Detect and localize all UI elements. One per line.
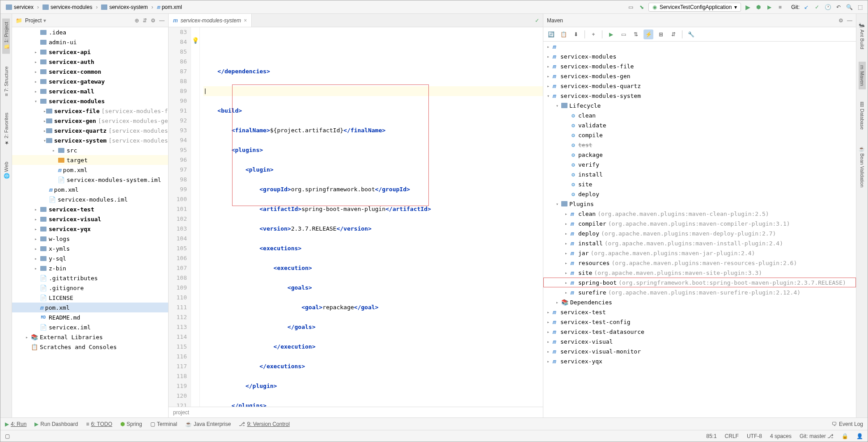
maven-servicex-test[interactable]: ▸mservicex-test (543, 307, 856, 317)
maven-test-datasource[interactable]: ▸mservicex-test-datasource (543, 327, 856, 337)
maven-lifecycle[interactable]: ▾Lifecycle (543, 101, 856, 110)
tree-servicex-api[interactable]: ▸servicex-api (12, 47, 168, 57)
tree-external-libraries[interactable]: ▸📚External Libraries (12, 332, 168, 342)
inspection-icon[interactable]: 👤 (856, 433, 863, 439)
tree-servicex-common[interactable]: ▸servicex-common (12, 67, 168, 76)
maven-run-icon[interactable]: ▶ (606, 29, 616, 39)
debug-button[interactable]: ⬢ (754, 3, 762, 11)
maven-visual-monitor[interactable]: ▸mservicex-visual-monitor (543, 346, 856, 356)
close-tab-icon[interactable]: × (244, 17, 247, 24)
maven-tree[interactable]: ▸m ▸mservicex-modules ▸mservicex-modules… (543, 42, 856, 417)
tab-database[interactable]: 🗄Database (859, 98, 866, 133)
tree-servicex-auth[interactable]: ▸servicex-auth (12, 57, 168, 67)
tree-servicex-gen[interactable]: ▸servicex-gen[servicex-modules-gen] (12, 116, 168, 126)
maven-modules-system[interactable]: ▾mservicex-modules-system (543, 91, 856, 101)
maven-plugin-springboot[interactable]: ▸mspring-boot(org.springframework.boot:s… (543, 278, 856, 287)
tree-servicex-mall[interactable]: ▸servicex-mall (12, 86, 168, 96)
tab-ant-build[interactable]: 🐜Ant Build (858, 18, 866, 53)
project-tree[interactable]: .idea admin-ui ▸servicex-api ▸servicex-a… (12, 27, 168, 417)
maven-plugin-compiler[interactable]: ▸mcompiler(org.apache.maven.plugins:mave… (543, 219, 856, 228)
tool-java-ee[interactable]: ☕Java Enterprise (185, 421, 231, 427)
tree-y-sql[interactable]: ▸y-sql (12, 253, 168, 263)
maven-generate-icon[interactable]: 📋 (559, 29, 568, 39)
tree-servicex-gateway[interactable]: ▸servicex-gateway (12, 76, 168, 86)
tree-scratches[interactable]: 📋Scratches and Consoles (12, 342, 168, 352)
breadcrumb-item-2[interactable]: servicex-system (99, 3, 149, 11)
maven-lc-compile[interactable]: ⚙compile (543, 130, 856, 140)
tree-pom-system[interactable]: mpom.xml (12, 165, 168, 175)
tree-servicex-visual[interactable]: ▸servicex-visual (12, 214, 168, 224)
maven-plugins[interactable]: ▾Plugins (543, 199, 856, 209)
tree-license[interactable]: 📄LICENSE (12, 293, 168, 303)
tree-servicex-quartz[interactable]: ▸servicex-quartz[servicex-modules-quartz… (12, 126, 168, 135)
editor-breadcrumb[interactable]: project (169, 407, 543, 417)
tree-servicex-iml[interactable]: 📄servicex.iml (12, 322, 168, 332)
maven-toggle1-icon[interactable]: ⇅ (631, 29, 641, 39)
maven-modules-quartz[interactable]: ▸mservicex-modules-quartz (543, 81, 856, 91)
tree-w-logs[interactable]: ▸w-logs (12, 234, 168, 244)
breadcrumb-item-root[interactable]: servicex (4, 3, 35, 11)
maven-lc-validate[interactable]: ⚙validate (543, 120, 856, 130)
run-config-selector[interactable]: ◉ ServicexTestConfigApplication ▾ (648, 3, 741, 12)
tool-vcs[interactable]: ⎇9: Version Control (239, 421, 289, 427)
collapse-icon[interactable]: ⇵ (143, 17, 147, 24)
maven-plugin-install[interactable]: ▸minstall(org.apache.maven.plugins:maven… (543, 238, 856, 248)
maven-plugin-site[interactable]: ▸msite(org.apache.maven.plugins:maven-si… (543, 268, 856, 278)
maven-dependencies[interactable]: ▸📚Dependencies (543, 297, 856, 307)
maven-download-icon[interactable]: ⬇ (571, 29, 581, 39)
tree-target[interactable]: target (12, 155, 168, 165)
settings-icon[interactable]: ⬚ (856, 3, 864, 11)
coverage-button[interactable]: ▶ (765, 3, 773, 11)
maven-lc-clean[interactable]: ⚙clean (543, 110, 856, 120)
tab-favorites[interactable]: ★2: Favorites (2, 109, 10, 149)
tree-z-bin[interactable]: ▸z-bin (12, 263, 168, 273)
readonly-lock-icon[interactable]: 🔒 (842, 433, 848, 439)
editor-body[interactable]: 8384858687888990 9192939495969798 991001… (169, 27, 543, 407)
stop-button[interactable]: ■ (776, 3, 784, 11)
fold-gutter[interactable]: 💡 (191, 27, 200, 407)
indent-setting[interactable]: 4 spaces (770, 433, 792, 439)
run-button[interactable]: ▶ (744, 3, 752, 11)
tree-gitignore[interactable]: 📄.gitignore (12, 283, 168, 293)
cursor-position[interactable]: 85:1 (706, 433, 716, 439)
tab-bean-validation[interactable]: ☕Bean Validation (858, 142, 866, 191)
git-commit-icon[interactable]: ✓ (813, 3, 821, 11)
tree-admin-ui[interactable]: admin-ui (12, 37, 168, 47)
tree-x-ymls[interactable]: ▸x-ymls (12, 244, 168, 253)
status-icon[interactable]: ▢ (5, 433, 10, 439)
gear-icon[interactable]: ⚙ (151, 17, 156, 24)
maven-modules-gen[interactable]: ▸mservicex-modules-gen (543, 71, 856, 81)
tree-servicex-yqx[interactable]: ▸servicex-yqx (12, 224, 168, 234)
tree-servicex-file[interactable]: ▸servicex-file[servicex-modules-file] (12, 106, 168, 116)
maven-lc-deploy[interactable]: ⚙deploy (543, 189, 856, 199)
tab-structure[interactable]: ≡7: Structure (3, 63, 10, 100)
tree-idea[interactable]: .idea (12, 27, 168, 37)
maven-servicex-visual[interactable]: ▸mservicex-visual (543, 337, 856, 346)
tab-project[interactable]: 📁1: Project (2, 18, 10, 54)
maven-lc-package[interactable]: ⚙package (543, 150, 856, 160)
git-update-icon[interactable]: ↙ (802, 3, 810, 11)
maven-servicex-modules[interactable]: ▸mservicex-modules (543, 51, 856, 61)
maven-toggle2-icon[interactable]: ⊞ (656, 29, 666, 39)
git-history-icon[interactable]: 🕐 (824, 3, 832, 11)
breadcrumb-item-file[interactable]: mpom.xml (155, 3, 184, 11)
maven-plugin-jar[interactable]: ▸mjar(org.apache.maven.plugins:maven-jar… (543, 248, 856, 258)
hammer-icon[interactable]: ⬊ (638, 3, 646, 11)
maven-lc-site[interactable]: ⚙site (543, 179, 856, 189)
tree-servicex-modules[interactable]: ▾servicex-modules (12, 96, 168, 106)
tree-gitattributes[interactable]: 📄.gitattributes (12, 273, 168, 283)
maven-hide-icon[interactable]: — (847, 17, 852, 24)
maven-plugin-deploy[interactable]: ▸mdeploy(org.apache.maven.plugins:maven-… (543, 228, 856, 238)
editor-tab-pom[interactable]: m servicex-modules-system × (169, 14, 252, 27)
maven-plugin-clean[interactable]: ▸mclean(org.apache.maven.plugins:maven-c… (543, 209, 856, 219)
maven-gear-icon[interactable]: ⚙ (838, 17, 843, 24)
tree-readme[interactable]: MDREADME.md (12, 312, 168, 322)
maven-lc-test[interactable]: ⚙test (543, 140, 856, 150)
tool-run[interactable]: ▶4: Run (5, 421, 26, 427)
maven-plugin-resources[interactable]: ▸mresources(org.apache.maven.plugins:mav… (543, 258, 856, 268)
tree-src[interactable]: ▸src (12, 145, 168, 155)
maven-execute-icon[interactable]: ▭ (618, 29, 628, 39)
file-encoding[interactable]: UTF-8 (747, 433, 762, 439)
maven-toggle-offline-icon[interactable]: ⚡ (644, 29, 653, 39)
git-branch[interactable]: Git: master ⎇ (800, 433, 834, 439)
